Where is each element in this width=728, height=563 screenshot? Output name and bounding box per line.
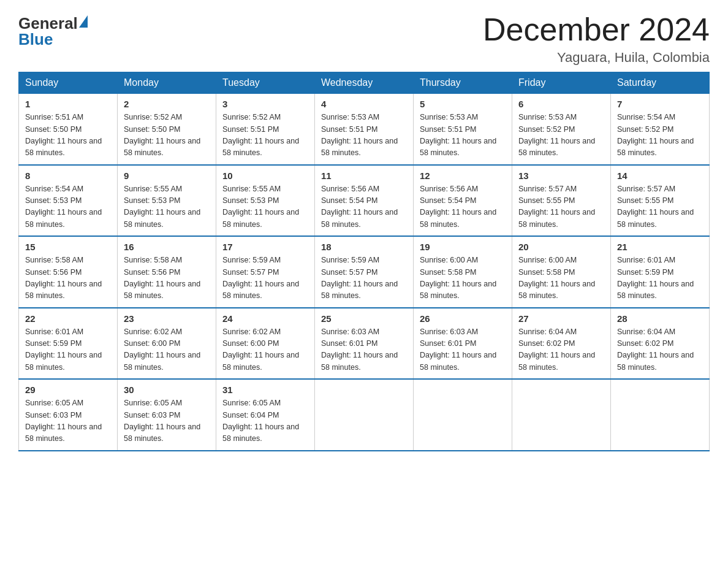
day-number: 5 (420, 99, 506, 109)
day-info: Sunrise: 6:03 AMSunset: 6:01 PMDaylight:… (420, 327, 496, 372)
header-cell-monday: Monday (118, 72, 216, 94)
day-number: 18 (321, 242, 407, 252)
day-info: Sunrise: 5:57 AMSunset: 5:55 PMDaylight:… (518, 185, 595, 229)
day-info: Sunrise: 6:01 AMSunset: 5:59 PMDaylight:… (617, 256, 694, 300)
day-number: 12 (420, 170, 506, 181)
day-info: Sunrise: 5:58 AMSunset: 5:56 PMDaylight:… (124, 256, 200, 300)
day-number: 14 (617, 170, 703, 181)
day-number: 13 (518, 170, 604, 181)
day-number: 26 (420, 313, 506, 324)
day-number: 30 (124, 385, 210, 395)
logo-general-text: General (18, 15, 78, 31)
day-number: 8 (25, 170, 111, 181)
day-number: 25 (321, 313, 407, 324)
day-number: 22 (25, 313, 111, 324)
day-number: 1 (25, 99, 111, 109)
calendar-day-cell: 3Sunrise: 5:52 AMSunset: 5:51 PMDaylight… (216, 94, 315, 165)
calendar-week-row: 29Sunrise: 6:05 AMSunset: 6:03 PMDayligh… (19, 379, 710, 451)
calendar-day-cell: 10Sunrise: 5:55 AMSunset: 5:53 PMDayligh… (216, 165, 315, 237)
day-info: Sunrise: 5:52 AMSunset: 5:51 PMDaylight:… (222, 113, 299, 157)
day-number: 23 (124, 313, 210, 324)
calendar-day-cell: 2Sunrise: 5:52 AMSunset: 5:50 PMDaylight… (118, 94, 216, 165)
calendar-day-cell: 22Sunrise: 6:01 AMSunset: 5:59 PMDayligh… (19, 308, 118, 380)
day-info: Sunrise: 6:04 AMSunset: 6:02 PMDaylight:… (617, 327, 694, 372)
day-number: 11 (321, 170, 407, 181)
day-info: Sunrise: 5:58 AMSunset: 5:56 PMDaylight:… (25, 256, 102, 300)
calendar-title: December 2024 (483, 12, 710, 47)
day-info: Sunrise: 6:00 AMSunset: 5:58 PMDaylight:… (420, 256, 496, 300)
day-info: Sunrise: 6:05 AMSunset: 6:03 PMDaylight:… (25, 399, 102, 443)
day-number: 16 (124, 242, 210, 252)
calendar-day-cell: 1Sunrise: 5:51 AMSunset: 5:50 PMDaylight… (19, 94, 118, 165)
calendar-subtitle: Yaguara, Huila, Colombia (483, 50, 710, 66)
header-row: SundayMondayTuesdayWednesdayThursdayFrid… (19, 72, 710, 94)
day-number: 19 (420, 242, 506, 252)
calendar-day-cell: 7Sunrise: 5:54 AMSunset: 5:52 PMDaylight… (611, 94, 710, 165)
day-info: Sunrise: 5:55 AMSunset: 5:53 PMDaylight:… (124, 185, 200, 229)
day-info: Sunrise: 6:00 AMSunset: 5:58 PMDaylight:… (518, 256, 595, 300)
day-info: Sunrise: 6:03 AMSunset: 6:01 PMDaylight:… (321, 327, 398, 372)
calendar-day-cell: 28Sunrise: 6:04 AMSunset: 6:02 PMDayligh… (611, 308, 710, 380)
day-info: Sunrise: 5:59 AMSunset: 5:57 PMDaylight:… (321, 256, 398, 300)
calendar-day-cell: 21Sunrise: 6:01 AMSunset: 5:59 PMDayligh… (611, 236, 710, 308)
calendar-day-cell: 24Sunrise: 6:02 AMSunset: 6:00 PMDayligh… (216, 308, 315, 380)
calendar-day-cell: 20Sunrise: 6:00 AMSunset: 5:58 PMDayligh… (512, 236, 611, 308)
calendar-week-row: 22Sunrise: 6:01 AMSunset: 5:59 PMDayligh… (19, 308, 710, 380)
day-info: Sunrise: 6:05 AMSunset: 6:04 PMDaylight:… (222, 399, 299, 443)
calendar-header: SundayMondayTuesdayWednesdayThursdayFrid… (19, 72, 710, 94)
calendar-day-cell: 11Sunrise: 5:56 AMSunset: 5:54 PMDayligh… (315, 165, 414, 237)
calendar-day-cell: 25Sunrise: 6:03 AMSunset: 6:01 PMDayligh… (315, 308, 414, 380)
calendar-day-cell: 9Sunrise: 5:55 AMSunset: 5:53 PMDaylight… (118, 165, 216, 237)
day-info: Sunrise: 5:57 AMSunset: 5:55 PMDaylight:… (617, 185, 694, 229)
day-number: 4 (321, 99, 407, 109)
calendar-day-cell: 16Sunrise: 5:58 AMSunset: 5:56 PMDayligh… (118, 236, 216, 308)
day-info: Sunrise: 5:52 AMSunset: 5:50 PMDaylight:… (124, 113, 200, 157)
title-block: December 2024 Yaguara, Huila, Colombia (483, 12, 710, 66)
day-info: Sunrise: 5:56 AMSunset: 5:54 PMDaylight:… (420, 185, 496, 229)
calendar-day-cell: 8Sunrise: 5:54 AMSunset: 5:53 PMDaylight… (19, 165, 118, 237)
day-number: 17 (222, 242, 308, 252)
calendar-day-cell: 6Sunrise: 5:53 AMSunset: 5:52 PMDaylight… (512, 94, 611, 165)
calendar-day-cell: 17Sunrise: 5:59 AMSunset: 5:57 PMDayligh… (216, 236, 315, 308)
calendar-day-cell: 23Sunrise: 6:02 AMSunset: 6:00 PMDayligh… (118, 308, 216, 380)
day-number: 7 (617, 99, 703, 109)
day-info: Sunrise: 6:05 AMSunset: 6:03 PMDaylight:… (124, 399, 200, 443)
logo-blue-text: Blue (18, 31, 53, 47)
day-info: Sunrise: 5:53 AMSunset: 5:51 PMDaylight:… (321, 113, 398, 157)
calendar-day-cell (414, 379, 512, 451)
header-cell-tuesday: Tuesday (216, 72, 315, 94)
header-cell-friday: Friday (512, 72, 611, 94)
day-info: Sunrise: 5:53 AMSunset: 5:52 PMDaylight:… (518, 113, 595, 157)
header-cell-saturday: Saturday (611, 72, 710, 94)
day-info: Sunrise: 5:53 AMSunset: 5:51 PMDaylight:… (420, 113, 496, 157)
calendar-day-cell: 27Sunrise: 6:04 AMSunset: 6:02 PMDayligh… (512, 308, 611, 380)
calendar-day-cell: 14Sunrise: 5:57 AMSunset: 5:55 PMDayligh… (611, 165, 710, 237)
header-cell-sunday: Sunday (19, 72, 118, 94)
calendar-day-cell: 4Sunrise: 5:53 AMSunset: 5:51 PMDaylight… (315, 94, 414, 165)
day-number: 29 (25, 385, 111, 395)
calendar-day-cell: 29Sunrise: 6:05 AMSunset: 6:03 PMDayligh… (19, 379, 118, 451)
day-number: 3 (222, 99, 308, 109)
calendar-week-row: 1Sunrise: 5:51 AMSunset: 5:50 PMDaylight… (19, 94, 710, 165)
day-info: Sunrise: 6:01 AMSunset: 5:59 PMDaylight:… (25, 327, 102, 372)
day-number: 9 (124, 170, 210, 181)
calendar-table: SundayMondayTuesdayWednesdayThursdayFrid… (18, 72, 710, 451)
calendar-day-cell (611, 379, 710, 451)
calendar-day-cell: 12Sunrise: 5:56 AMSunset: 5:54 PMDayligh… (414, 165, 512, 237)
day-number: 20 (518, 242, 604, 252)
day-info: Sunrise: 6:02 AMSunset: 6:00 PMDaylight:… (222, 327, 299, 372)
calendar-day-cell: 13Sunrise: 5:57 AMSunset: 5:55 PMDayligh… (512, 165, 611, 237)
calendar-day-cell: 19Sunrise: 6:00 AMSunset: 5:58 PMDayligh… (414, 236, 512, 308)
day-number: 27 (518, 313, 604, 324)
calendar-day-cell (315, 379, 414, 451)
logo-triangle-icon (79, 15, 88, 28)
day-info: Sunrise: 5:54 AMSunset: 5:53 PMDaylight:… (25, 185, 102, 229)
day-number: 21 (617, 242, 703, 252)
calendar-day-cell: 30Sunrise: 6:05 AMSunset: 6:03 PMDayligh… (118, 379, 216, 451)
day-number: 28 (617, 313, 703, 324)
calendar-day-cell: 18Sunrise: 5:59 AMSunset: 5:57 PMDayligh… (315, 236, 414, 308)
day-number: 2 (124, 99, 210, 109)
day-info: Sunrise: 5:51 AMSunset: 5:50 PMDaylight:… (25, 113, 102, 157)
day-number: 31 (222, 385, 308, 395)
calendar-week-row: 15Sunrise: 5:58 AMSunset: 5:56 PMDayligh… (19, 236, 710, 308)
